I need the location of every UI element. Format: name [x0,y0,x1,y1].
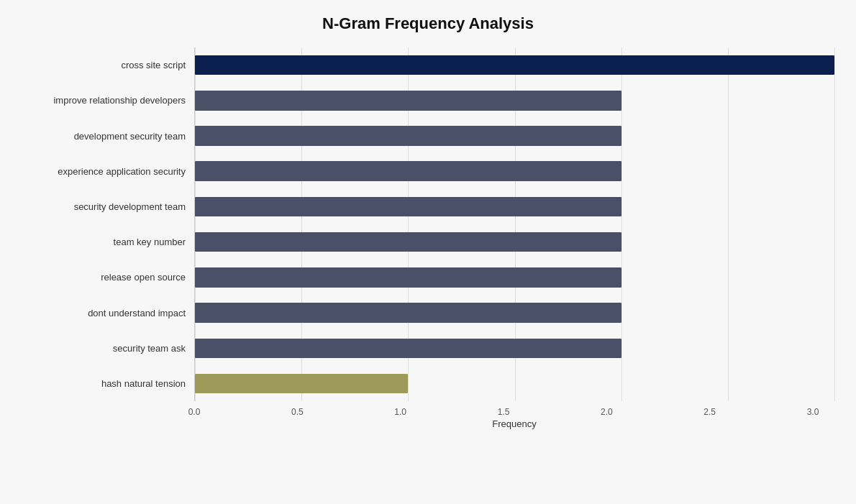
y-label: experience application security [22,154,194,189]
x-tick-label: 2.5 [704,407,716,417]
chart-container: N-Gram Frequency Analysis cross site scr… [0,0,856,504]
bar-row [195,118,834,153]
bar [195,267,621,287]
y-label: cross site script [22,47,194,83]
bar [195,232,621,252]
bar [195,161,621,180]
y-labels: cross site scriptimprove relationship de… [22,47,194,401]
bar-row [195,83,834,118]
chart-area: cross site scriptimprove relationship de… [22,47,834,429]
bar-rows [195,47,834,401]
x-axis: 0.00.51.01.52.02.53.0 [194,401,813,416]
bars-and-grid [194,47,834,401]
y-label: security development team [22,189,194,224]
x-tick-label: 3.0 [807,407,819,417]
y-label: dont understand impact [22,295,194,330]
bar [195,303,621,322]
chart-title: N-Gram Frequency Analysis [22,14,834,33]
y-label: release open source [22,260,194,295]
x-axis-label: Frequency [194,416,834,429]
bar-row [195,47,834,83]
y-label: security team ask [22,331,194,366]
y-label: hash natural tension [22,366,194,401]
bar-row [195,331,834,366]
bar-row [195,366,834,401]
bars-section: cross site scriptimprove relationship de… [22,47,834,401]
bar [195,197,621,216]
bar [195,55,834,75]
bar [195,374,408,393]
x-tick-label: 1.5 [498,407,510,417]
bar [195,339,621,358]
x-tick-label: 0.5 [291,407,304,417]
bar-row [195,189,834,224]
y-label: development security team [22,118,194,153]
bar [195,91,621,110]
bar-row [195,224,834,260]
bar-row [195,260,834,295]
x-tick-label: 1.0 [394,407,406,417]
grid-line [834,47,835,401]
y-label: improve relationship developers [22,83,194,118]
x-tick-label: 2.0 [601,407,613,417]
bar [195,126,621,145]
bar-row [195,154,834,189]
x-tick-label: 0.0 [188,407,201,417]
bar-row [195,295,834,330]
y-label: team key number [22,224,194,260]
